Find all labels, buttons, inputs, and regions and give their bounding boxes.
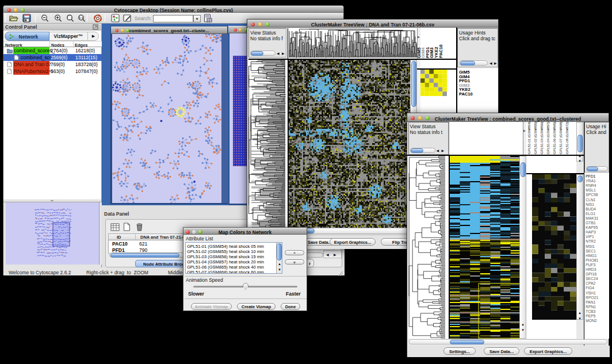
- svg-text:1:1: 1:1: [79, 16, 83, 20]
